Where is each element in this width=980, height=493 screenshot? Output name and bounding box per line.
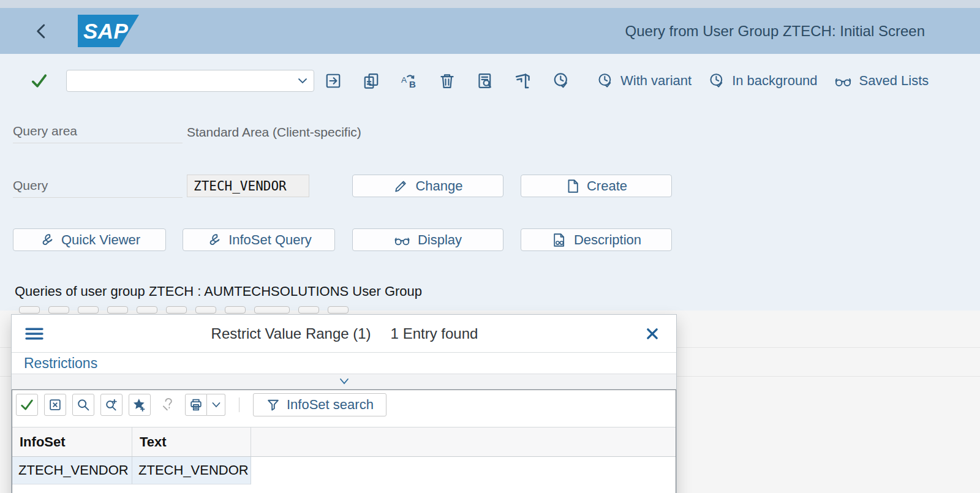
dialog-ok-button[interactable] (16, 394, 38, 416)
change-button[interactable]: Change (352, 175, 503, 197)
column-header-text[interactable]: Text (132, 427, 251, 456)
dialog-header: Restrict Value Range (1) 1 Entry found (12, 315, 676, 353)
background-button-top (195, 306, 216, 314)
hamburger-icon (24, 326, 45, 342)
background-button-top (328, 306, 349, 314)
query-label: Query (13, 178, 183, 198)
copy-icon (362, 72, 380, 90)
create-label: Create (587, 178, 627, 194)
infoset-table: InfoSet Text ZTECH_VENDOR ZTECH_VENDOR (12, 427, 676, 484)
cell-infoset[interactable]: ZTECH_VENDOR (12, 457, 132, 484)
window-top-strip (0, 0, 980, 8)
star-plus-icon (132, 397, 148, 413)
infoset-query-label: InfoSet Query (228, 232, 312, 248)
clock-check-icon (597, 72, 614, 89)
toolbar-separator (239, 397, 239, 412)
column-header-infoset[interactable]: InfoSet (12, 427, 132, 456)
glasses-icon (834, 72, 853, 89)
caliper-button[interactable] (504, 72, 542, 90)
filter-icon (266, 397, 281, 412)
chevron-down-icon (336, 377, 352, 386)
enter-button[interactable] (29, 71, 49, 91)
command-dropdown-icon[interactable] (296, 76, 309, 86)
document-glasses-icon (551, 232, 567, 248)
query-area-value: Standard Area (Client-specific) (187, 125, 361, 140)
chevron-down-icon (211, 401, 222, 409)
background-button-top (254, 306, 290, 314)
infoset-search-label: InfoSet search (287, 397, 374, 413)
restrictions-expand-strip[interactable] (12, 374, 676, 390)
command-field-wrap (66, 70, 314, 92)
dialog-add-favorite-button[interactable] (129, 394, 151, 416)
rename-button[interactable]: AB (390, 72, 428, 90)
hand-question-icon (160, 397, 176, 413)
description-button[interactable]: Description (521, 228, 672, 251)
restrictions-section-header[interactable]: Restrictions (12, 353, 676, 374)
green-check-icon (19, 397, 35, 413)
background-toolbar-peek (19, 306, 349, 314)
dialog-entries-found: 1 Entry found (391, 325, 478, 342)
change-label: Change (415, 178, 462, 194)
back-button[interactable] (34, 22, 50, 40)
transfer-icon (324, 72, 342, 90)
preview-button[interactable] (466, 72, 504, 90)
screen-title: Query from User Group ZTECH: Initial Scr… (139, 23, 980, 40)
query-input[interactable] (187, 175, 309, 197)
dialog-close-button[interactable] (644, 326, 660, 342)
background-button-top (107, 306, 128, 314)
saved-lists-button[interactable]: Saved Lists (834, 72, 929, 89)
execute-button[interactable] (542, 72, 580, 90)
dialog-print-group (185, 394, 225, 416)
quick-viewer-label: Quick Viewer (61, 232, 140, 248)
copy-button[interactable] (352, 72, 390, 90)
delete-button[interactable] (428, 72, 466, 90)
create-button[interactable]: Create (521, 175, 672, 197)
sap-logo: SAP (78, 15, 139, 47)
restrict-value-range-dialog: Restrict Value Range (1) 1 Entry found R… (11, 314, 677, 493)
wrench-icon (39, 232, 55, 248)
svg-text:B: B (409, 78, 416, 89)
command-field[interactable] (66, 70, 314, 92)
wrench-icon (206, 232, 222, 248)
background-button-top (19, 306, 40, 314)
infoset-search-button[interactable]: InfoSet search (253, 393, 386, 416)
infoset-query-button[interactable]: InfoSet Query (183, 228, 335, 251)
dialog-search-button[interactable] (72, 394, 94, 416)
restrictions-label: Restrictions (24, 355, 97, 372)
back-chevron-icon (34, 22, 50, 40)
pencil-icon (393, 178, 409, 194)
dialog-print-dropdown[interactable] (207, 394, 225, 416)
background-button-top (78, 306, 99, 314)
description-label: Description (574, 232, 641, 248)
table-row[interactable]: ZTECH_VENDOR ZTECH_VENDOR (12, 457, 676, 484)
with-variant-button[interactable]: With variant (597, 72, 692, 89)
dialog-print-button[interactable] (185, 394, 207, 416)
display-label: Display (418, 232, 462, 248)
quick-viewer-button[interactable]: Quick Viewer (13, 228, 166, 251)
dialog-title-wrap: Restrict Value Range (1) 1 Entry found (45, 325, 644, 342)
in-background-button[interactable]: In background (708, 72, 817, 89)
background-button-top (225, 306, 246, 314)
green-check-icon (29, 71, 49, 91)
trash-icon (438, 72, 456, 90)
search-icon (76, 397, 91, 412)
transfer-button[interactable] (314, 72, 352, 90)
dialog-search-more-button[interactable] (100, 394, 123, 416)
background-button-top (166, 306, 187, 314)
query-area-label: Query area (13, 124, 183, 143)
in-background-label: In background (732, 73, 817, 89)
caliper-icon (514, 72, 532, 90)
svg-text:A: A (401, 75, 407, 84)
dialog-menu-button[interactable] (24, 326, 45, 342)
dialog-help-button[interactable] (157, 394, 179, 416)
dialog-gap (12, 420, 676, 427)
background-button-top (298, 306, 319, 314)
infoset-table-header: InfoSet Text (12, 427, 676, 457)
close-icon (644, 326, 660, 342)
cell-text[interactable]: ZTECH_VENDOR (132, 457, 251, 484)
dialog-cancel-button[interactable] (44, 394, 66, 416)
display-button[interactable]: Display (352, 228, 503, 251)
printer-icon (189, 397, 203, 412)
boxed-x-icon (48, 397, 62, 412)
document-search-icon (476, 72, 494, 90)
